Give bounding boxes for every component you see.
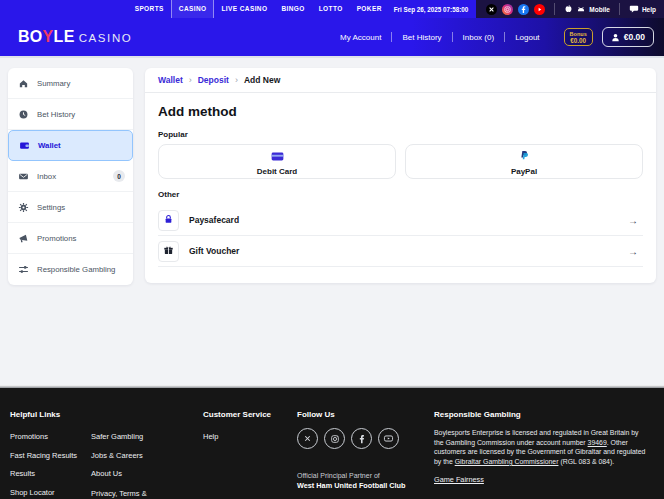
footer-link-promotions[interactable]: Promotions xyxy=(10,428,77,447)
bonus-amount: €0.00 xyxy=(570,37,586,44)
my-account-link[interactable]: My Account xyxy=(330,33,391,42)
footer-heading: Customer Service xyxy=(203,410,271,419)
mobile-apps-link[interactable]: Mobile xyxy=(564,4,610,15)
utility-bar-nav: SPORTS CASINO LIVE CASINO BINGO LOTTO PO… xyxy=(0,0,476,18)
help-label: Help xyxy=(642,6,656,13)
sliders-icon xyxy=(18,264,29,275)
paypal-method-button[interactable]: PayPal xyxy=(405,144,643,179)
gear-icon xyxy=(18,202,29,213)
footer-top-divider xyxy=(0,385,664,388)
gift-voucher-method-row[interactable]: Gift Voucher → xyxy=(158,236,643,267)
help-link[interactable]: Help xyxy=(629,4,656,15)
footer-responsible-gambling: Responsible Gambling Boylesports Enterpr… xyxy=(434,410,650,486)
account-sidebar: Summary Bet History Wallet Inbox 0 Set xyxy=(8,68,133,285)
arrow-right-icon: → xyxy=(628,215,638,226)
method-label: PayPal xyxy=(511,167,537,176)
game-fairness-link[interactable]: Game Fairness xyxy=(434,475,484,484)
wallet-deposit-panel: Wallet › Deposit › Add New Add method Po… xyxy=(145,68,656,283)
breadcrumb-wallet[interactable]: Wallet xyxy=(158,75,183,85)
logo-suffix: CASINO xyxy=(79,32,133,44)
content-area: Summary Bet History Wallet Inbox 0 Set xyxy=(0,60,664,385)
footer-link-help[interactable]: Help xyxy=(203,428,271,447)
bet-history-link[interactable]: Bet History xyxy=(392,33,451,42)
facebook-social-icon[interactable] xyxy=(518,4,529,15)
sidebar-item-label: Summary xyxy=(37,79,70,88)
footer-heading: Follow Us xyxy=(297,410,406,419)
sidebar-item-label: Settings xyxy=(37,203,65,212)
footer-customer-service: Customer Service Help xyxy=(203,410,271,447)
paysafecard-method-row[interactable]: Paysafecard → xyxy=(158,205,643,236)
chat-bubble-icon xyxy=(629,4,639,15)
envelope-icon xyxy=(18,171,29,182)
instagram-social-icon[interactable] xyxy=(324,428,345,449)
sidebar-item-inbox[interactable]: Inbox 0 xyxy=(8,161,133,192)
bonus-badge[interactable]: Bonus €0.00 xyxy=(564,28,593,46)
youtube-social-icon[interactable] xyxy=(534,4,545,15)
sidebar-item-settings[interactable]: Settings xyxy=(8,192,133,223)
footer-heading: Helpful Links xyxy=(10,410,157,419)
breadcrumb-deposit[interactable]: Deposit xyxy=(198,75,229,85)
x-social-icon[interactable] xyxy=(486,4,497,15)
inbox-count-badge: 0 xyxy=(113,170,125,182)
topnav-poker[interactable]: LOTTO xyxy=(312,0,350,18)
sidebar-item-label: Promotions xyxy=(37,234,76,243)
sidebar-item-summary[interactable]: Summary xyxy=(8,68,133,99)
wallet-icon xyxy=(19,140,30,151)
apple-icon xyxy=(564,4,573,15)
sidebar-item-promotions[interactable]: Promotions xyxy=(8,223,133,254)
debit-card-method-button[interactable]: Debit Card xyxy=(158,144,396,179)
boyle-casino-logo[interactable]: BOYLE CASINO xyxy=(18,28,132,46)
main-header: BOYLE CASINO My Account Bet History Inbo… xyxy=(0,18,664,58)
balance-amount: €0.00 xyxy=(624,32,645,42)
method-icon-box xyxy=(158,241,179,262)
arrow-right-icon: → xyxy=(628,246,638,257)
sidebar-item-label: Responsible Gambling xyxy=(37,265,115,274)
sidebar-item-label: Wallet xyxy=(38,141,61,150)
breadcrumb: Wallet › Deposit › Add New xyxy=(145,68,656,93)
instagram-social-icon[interactable] xyxy=(502,4,513,15)
footer-heading: Responsible Gambling xyxy=(434,410,650,419)
footer-link-privacy-terms[interactable]: Privacy, Terms & Conditions xyxy=(91,484,157,499)
method-label: Debit Card xyxy=(257,167,297,176)
topnav-lotto[interactable]: POKER xyxy=(350,0,389,18)
sidebar-item-bet-history[interactable]: Bet History xyxy=(8,99,133,130)
page-title: Add method xyxy=(158,104,643,119)
balance-pill[interactable]: €0.00 xyxy=(602,27,654,47)
topnav-bingo[interactable]: BINGO xyxy=(274,0,311,18)
licensing-text-segment: (RGL 083 & 084). xyxy=(558,458,614,465)
topnav-live-casino[interactable]: LIVE CASINO xyxy=(214,0,274,18)
sidebar-item-wallet[interactable]: Wallet xyxy=(8,130,133,161)
sidebar-item-responsible-gambling[interactable]: Responsible Gambling xyxy=(8,254,133,285)
youtube-social-icon[interactable] xyxy=(378,428,399,449)
paypal-icon xyxy=(520,147,529,165)
header-account-nav: My Account Bet History Inbox (0) Logout … xyxy=(330,27,654,47)
facebook-social-icon[interactable] xyxy=(351,428,372,449)
topnav-sports[interactable]: SPORTS xyxy=(128,0,171,18)
logout-link[interactable]: Logout xyxy=(505,33,549,42)
other-section-label: Other xyxy=(158,190,643,199)
footer-link-about-us[interactable]: About Us xyxy=(91,465,157,484)
gibraltar-commissioner-link[interactable]: Gibraltar Gambling Commissioner xyxy=(455,458,559,465)
footer-link-results[interactable]: Results xyxy=(10,465,77,484)
method-label: Paysafecard xyxy=(189,215,239,225)
footer-follow-us: Follow Us Official Principal Partner of … xyxy=(297,410,406,491)
footer-link-shop-locator[interactable]: Shop Locator xyxy=(10,484,77,499)
lock-icon xyxy=(163,211,174,229)
x-social-icon[interactable] xyxy=(297,428,318,449)
footer-link-safer-gambling[interactable]: Safer Gambling xyxy=(91,428,157,447)
inbox-link[interactable]: Inbox (0) xyxy=(453,33,505,42)
person-icon xyxy=(611,28,620,46)
topnav-casino[interactable]: CASINO xyxy=(171,0,215,18)
bet-history-icon xyxy=(18,109,29,120)
partner-credit: Official Principal Partner of West Ham U… xyxy=(297,471,406,491)
footer-link-jobs-careers[interactable]: Jobs & Careers xyxy=(91,447,157,466)
footer-link-fast-racing-results[interactable]: Fast Racing Results xyxy=(10,447,77,466)
logo-text: BOYLE xyxy=(18,28,75,46)
sidebar-item-label: Inbox xyxy=(37,172,56,181)
account-number-link[interactable]: 39469 xyxy=(588,439,607,446)
android-icon xyxy=(576,4,586,15)
other-methods-list: Paysafecard → Gift Voucher → xyxy=(158,205,643,267)
licensing-text: Boylesports Enterprise is licensed and r… xyxy=(434,428,650,466)
partner-club-name: West Ham United Football Club xyxy=(297,481,406,491)
chevron-right-icon: › xyxy=(235,76,238,84)
